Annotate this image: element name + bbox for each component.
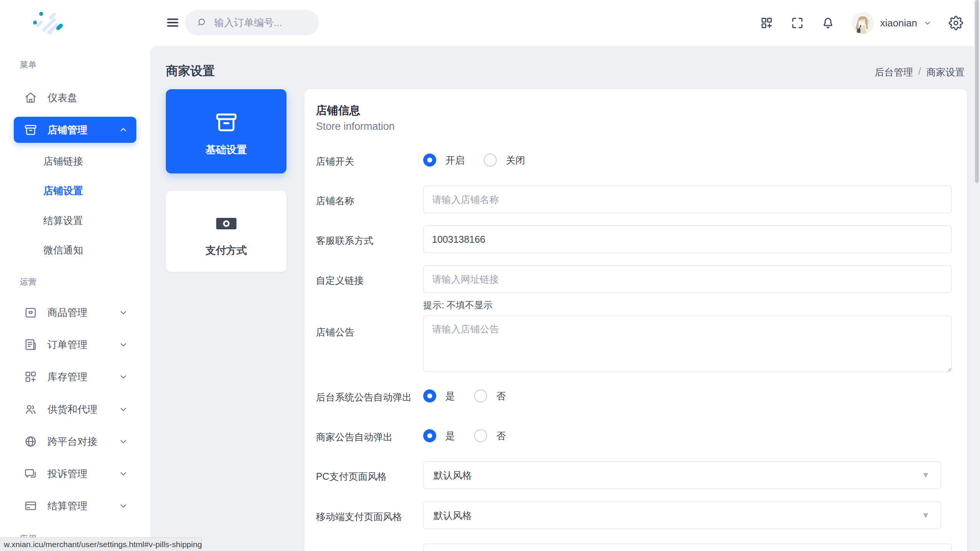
pc-style-label: PC支付页面风格 [316, 470, 387, 483]
user-menu[interactable]: xiaonian [852, 12, 932, 34]
search-input[interactable] [214, 17, 308, 29]
grid-plus-icon [24, 370, 38, 384]
mobile-style-label: 移动端支付页面风格 [316, 510, 402, 523]
sidebar-item-product-management[interactable]: 商品管理 [14, 299, 136, 325]
page-scrollbar[interactable] [974, 0, 980, 551]
mobile-style-select[interactable]: 默认风格 ▼ [423, 502, 941, 529]
announcement-textarea[interactable] [423, 316, 952, 372]
sidebar-item-supply-agents[interactable]: 供货和代理 [14, 396, 136, 422]
scrollbar-thumb[interactable] [975, 0, 979, 183]
chevron-down-icon [119, 308, 128, 317]
sidebar-subitem-wechat-notify[interactable]: 微信通知 [43, 239, 83, 261]
sidebar-section-menu: 菜单 [20, 59, 37, 70]
globe-icon [24, 435, 38, 448]
sidebar-subitem-settlement-settings[interactable]: 结算设置 [43, 210, 83, 231]
sidebar-item-label: 结算管理 [47, 499, 87, 513]
avatar [852, 12, 874, 34]
sidebar-subitem-store-links[interactable]: 店铺链接 [43, 150, 83, 172]
sys-popup-group: 是 否 [423, 389, 516, 402]
journal-icon [24, 338, 38, 352]
chevron-down-icon [119, 340, 128, 349]
merchant-popup-group: 是 否 [423, 429, 516, 442]
next-field-partial[interactable] [423, 544, 952, 551]
sidebar-item-label: 商品管理 [47, 306, 87, 319]
radio-store-off[interactable] [484, 154, 497, 167]
radio-sys-no-label[interactable]: 否 [496, 390, 506, 402]
sidebar-subitem-store-settings[interactable]: 店铺设置 [43, 180, 83, 201]
sidebar-item-inventory-management[interactable]: 库存管理 [14, 364, 136, 390]
chat-icon [24, 467, 38, 481]
app-logo[interactable] [31, 11, 67, 35]
browser-status-bar: w.xnian.icu/merchant/user/settings.html#… [0, 537, 202, 551]
announcement-label: 店铺公告 [316, 326, 354, 338]
fullscreen-icon[interactable] [790, 16, 804, 30]
chevron-up-icon [119, 125, 128, 134]
sidebar-item-label: 跨平台对接 [47, 435, 97, 448]
sidebar-item-label: 仪表盘 [47, 91, 77, 105]
sidebar-item-store-management[interactable]: 店铺管理 [14, 117, 136, 143]
store-name-label: 店铺名称 [316, 195, 354, 207]
menu-icon[interactable] [165, 15, 180, 30]
chevron-down-icon [119, 372, 128, 381]
chevron-down-icon [119, 437, 128, 446]
sidebar: 菜单 仪表盘 店铺管理 店铺链接 店铺设置 结算设置 微信通知 运营 商品管理 [0, 0, 150, 551]
search-icon [196, 17, 207, 28]
tab-payment-methods[interactable]: 支付方式 [166, 191, 286, 272]
home-icon [24, 91, 38, 105]
radio-sys-no[interactable] [474, 389, 487, 402]
sidebar-item-dashboard[interactable]: 仪表盘 [14, 85, 136, 111]
main-content: 商家设置 后台管理 / 商家设置 基础设置 支付方式 店铺信息 Store in… [150, 46, 980, 551]
gear-icon[interactable] [949, 16, 963, 30]
breadcrumb-separator: / [918, 66, 921, 78]
store-switch-label: 店铺开关 [316, 155, 354, 168]
radio-merchant-no-label[interactable]: 否 [496, 430, 506, 442]
custom-link-hint: 提示: 不填不显示 [423, 299, 492, 311]
page-title: 商家设置 [166, 63, 215, 80]
custom-link-input[interactable] [423, 265, 952, 293]
contact-input[interactable] [423, 226, 952, 253]
bell-icon[interactable] [821, 16, 835, 30]
radio-merchant-yes-label[interactable]: 是 [445, 430, 455, 442]
dropdown-arrow-icon: ▼ [921, 470, 930, 480]
sidebar-section-ops: 运营 [20, 276, 37, 287]
radio-merchant-no[interactable] [474, 429, 487, 442]
sidebar-item-order-management[interactable]: 订单管理 [14, 332, 136, 358]
radio-store-off-label[interactable]: 关闭 [506, 154, 525, 167]
cash-icon [215, 212, 238, 235]
tab-label: 基础设置 [166, 143, 286, 157]
radio-store-on-label[interactable]: 开启 [445, 154, 465, 167]
breadcrumb-current: 商家设置 [926, 66, 965, 78]
sidebar-item-label: 店铺管理 [47, 123, 87, 137]
tab-label: 支付方式 [166, 244, 286, 257]
people-icon [24, 402, 38, 416]
sidebar-item-cross-platform[interactable]: 跨平台对接 [14, 428, 136, 455]
topbar: xiaonian [150, 0, 980, 46]
radio-store-on[interactable] [423, 154, 436, 167]
credit-card-icon [24, 499, 38, 513]
radio-merchant-yes[interactable] [423, 429, 436, 442]
dropdown-arrow-icon: ▼ [921, 510, 930, 520]
sidebar-item-settlement-management[interactable]: 结算管理 [14, 493, 136, 519]
panel-subtitle: Store information [316, 121, 395, 132]
breadcrumb-root[interactable]: 后台管理 [875, 66, 913, 78]
chevron-down-icon [923, 19, 932, 27]
pc-style-value: 默认风格 [434, 469, 472, 482]
radio-sys-yes-label[interactable]: 是 [445, 390, 455, 402]
grid-plus-icon[interactable] [760, 16, 774, 30]
search-bar[interactable] [185, 10, 319, 35]
sys-popup-label: 后台系统公告自动弹出 [316, 391, 412, 404]
user-name: xiaonian [880, 17, 917, 29]
tab-basic-settings[interactable]: 基础设置 [166, 89, 286, 173]
chevron-down-icon [119, 405, 128, 414]
pc-style-select[interactable]: 默认风格 ▼ [423, 461, 941, 489]
archive-icon [24, 123, 38, 137]
box-icon [24, 306, 38, 319]
sidebar-item-label: 投诉管理 [47, 467, 87, 481]
breadcrumb: 后台管理 / 商家设置 [875, 66, 965, 78]
chevron-down-icon [119, 469, 128, 478]
sidebar-item-complaint-management[interactable]: 投诉管理 [14, 461, 136, 487]
radio-sys-yes[interactable] [423, 389, 436, 402]
store-name-input[interactable] [423, 186, 952, 213]
sidebar-item-label: 库存管理 [47, 370, 87, 384]
store-switch-group: 开启 关闭 [423, 154, 535, 167]
